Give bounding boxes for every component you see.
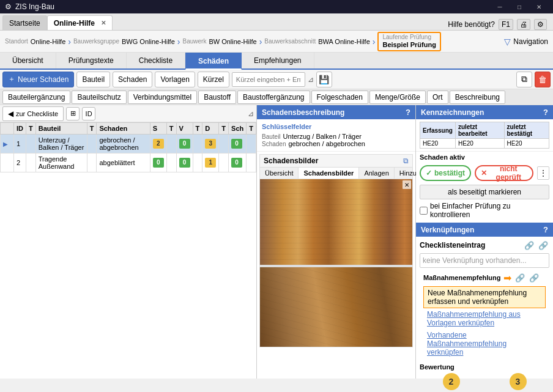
folgeschaden-button[interactable]: Folgeschaden [311, 91, 368, 104]
row-t6-2 [247, 153, 256, 172]
row-t3-2 [166, 153, 176, 172]
action-item-0[interactable]: Neue Maßnahmenempfehlung erfassen und ve… [423, 286, 546, 308]
window-controls[interactable]: ─ □ ✕ [491, 0, 548, 13]
maximize-button[interactable]: □ [510, 0, 529, 13]
col-t1: T [26, 123, 36, 135]
nav-checkliste[interactable]: Checkliste [127, 53, 185, 68]
kennzeichnungen-header: Kennzeichnungen ? [416, 105, 553, 119]
table-row[interactable]: 2 Tragende Außenwand abgeblättert 0 0 1 … [1, 153, 256, 172]
nav-prufungstexte[interactable]: Prüfungstexte [56, 53, 127, 68]
new-schaden-button[interactable]: ＋ Neuer Schaden [2, 72, 74, 87]
external-link-icon[interactable]: ⧉ [403, 157, 409, 165]
action-item-1[interactable]: Maßnahmenempfehlung aus Vorlagen verknüp… [423, 308, 546, 329]
filter-icon: ⊿ [308, 75, 314, 84]
breadcrumb-bwa[interactable]: Bauwerksabschnitt BWA Online-Hilfe [264, 38, 370, 45]
table-id-button[interactable]: ID [82, 107, 95, 120]
copy-button[interactable]: ⧉ [516, 72, 532, 87]
breadcrumb-arrow-3: › [259, 37, 262, 46]
schaden-value: gebrochen / abgebrochen [288, 140, 365, 147]
nav-ubersicht[interactable]: Übersicht [0, 53, 56, 68]
image-tabs: Übersicht Schadensbilder Anlagen Hinzufü… [260, 168, 412, 179]
breadcrumb-online-hilfe[interactable]: Standort Online-Hilfe [5, 38, 65, 45]
verknuepfungen-help-icon[interactable]: ? [543, 225, 548, 234]
row-bauteil-2: Tragende Außenwand [35, 153, 87, 172]
nav-schaden[interactable]: Schäden [185, 53, 242, 70]
bauteilschutz-button[interactable]: Bauteilschutz [72, 91, 126, 104]
img-tab-anlagen[interactable]: Anlagen [359, 168, 394, 179]
col-d: D [202, 123, 219, 135]
kuerzel-button[interactable]: Kürzel [198, 72, 229, 87]
menge-groesse-button[interactable]: Menge/Größe [369, 91, 426, 104]
status-row: ✓ bestätigt ✕ nicht geprüft ⋮ [416, 163, 553, 183]
navigation-button[interactable]: ▽ Navigation [504, 37, 548, 46]
bestaetigt-button[interactable]: ✓ bestätigt [420, 165, 471, 181]
save-icon-button[interactable]: 💾 [316, 72, 332, 87]
massnahme-arrow-icon: ➡ [503, 272, 511, 284]
checklist-link-icon-2[interactable]: 🔗 [537, 239, 549, 251]
schaden-button[interactable]: Schaden [113, 72, 152, 87]
massnahme-link-icon-2[interactable]: 🔗 [528, 272, 540, 284]
col-schaden: Schaden [97, 123, 150, 135]
row-v-2: 0 [176, 153, 193, 172]
row-expand-1[interactable]: ▶ [1, 135, 14, 153]
bew-score-dauerhaftigkeit: 3 [510, 373, 527, 390]
nav-empfehlungen[interactable]: Empfehlungen [242, 53, 314, 68]
print-button[interactable]: 🖨 [517, 19, 530, 30]
delete-button[interactable]: 🗑 [535, 72, 551, 87]
ort-button[interactable]: Ort [427, 91, 448, 104]
settings-button[interactable]: ⚙ [534, 19, 547, 30]
einfache-pruefung-checkbox[interactable] [420, 207, 428, 215]
col-t6: T [247, 123, 256, 135]
bewertung-section: Bewertung 2 Standsicherheit 3 Dauerhafti… [416, 361, 553, 392]
baustoffergaenzung-button[interactable]: Baustoffergänzung [237, 91, 310, 104]
breadcrumb-bw[interactable]: Bauwerk BW Online-Hilfe [182, 38, 256, 45]
table-toolbar: ◀ zur Checkliste ⊞ ID ⊿ [0, 105, 256, 122]
row-schaden-1: gebrochen / abgebrochen [97, 135, 150, 153]
verbindungsmittel-button[interactable]: Verbindungsmittel [128, 91, 197, 104]
action-item-2[interactable]: Vorhandene Maßnahmenempfehlung verknüpfe… [423, 329, 546, 358]
checklist-link-icon-1[interactable]: 🔗 [523, 239, 535, 251]
img-tab-ubersicht[interactable]: Übersicht [260, 168, 299, 179]
col-s: S [150, 123, 166, 135]
vorlagen-button[interactable]: Vorlagen [155, 72, 195, 87]
tab-online-hilfe[interactable]: Online-Hilfe ✕ [47, 15, 113, 30]
table-icon-button-1[interactable]: ⊞ [66, 107, 80, 120]
row-t2-1 [87, 135, 97, 153]
help-question-icon[interactable]: ? [406, 108, 410, 117]
bew-standsicherheit: 2 Standsicherheit [420, 373, 483, 392]
table-row[interactable]: ▶ 1 Unterzug / Balken / Träger gebrochen… [1, 135, 256, 153]
kennzeichnungen-help-icon[interactable]: ? [543, 108, 548, 117]
breadcrumb-bwg[interactable]: Bauwerksgruppe BWG Online-Hilfe [73, 38, 175, 45]
beschreibung-button[interactable]: Beschreibung [450, 91, 505, 104]
breadcrumb-arrow-4: › [373, 37, 376, 46]
damage-image-1 [260, 179, 412, 265]
bauteilergaenzung-button[interactable]: Bauteilergänzung [2, 91, 70, 104]
status-more-button[interactable]: ⋮ [537, 166, 549, 180]
col-t5: T [219, 123, 229, 135]
schadensbeschreibung-header: Schadensbeschreibung ? [257, 105, 415, 119]
bauteil-button[interactable]: Bauteil [76, 72, 110, 87]
sub-toolbar: Bauteilergänzung Bauteilschutz Verbindun… [0, 89, 553, 105]
verknuepfungen-header: Verknüpfungen ? [416, 223, 553, 237]
zur-checkliste-button[interactable]: ◀ zur Checkliste [2, 106, 64, 121]
titlebar: ⚙ ZIS Ing-Bau ─ □ ✕ [0, 0, 553, 13]
help-f1-button[interactable]: F1 [499, 19, 513, 30]
breadcrumb-pruefung[interactable]: Laufende Prüfung Beispiel Prüfung [377, 32, 440, 51]
back-arrow-icon: ◀ [8, 109, 13, 118]
image-1-close[interactable]: ✕ [403, 180, 411, 189]
right-panel: Kennzeichnungen ? Erfassung zuletzt bear… [416, 105, 553, 379]
tab-startseite[interactable]: Startseite [2, 15, 47, 30]
nicht-geprueft-button[interactable]: ✕ nicht geprüft [475, 165, 533, 181]
kenn-col-erfassung: Erfassung [420, 122, 456, 139]
minimize-button[interactable]: ─ [491, 0, 509, 13]
kuerzel-input[interactable] [232, 72, 305, 87]
app-icon: ⚙ [5, 2, 12, 11]
row-expand-2[interactable] [1, 153, 14, 172]
check-icon: ✓ [426, 169, 432, 177]
tab-close-icon[interactable]: ✕ [101, 20, 106, 26]
close-button[interactable]: ✕ [530, 0, 548, 13]
beseitigt-button[interactable]: als beseitigt markieren [420, 185, 549, 199]
img-tab-schadensbilder[interactable]: Schadensbilder [299, 168, 359, 179]
massnahme-link-icon-1[interactable]: 🔗 [514, 272, 526, 284]
baustoff-button[interactable]: Baustoff [198, 91, 236, 104]
